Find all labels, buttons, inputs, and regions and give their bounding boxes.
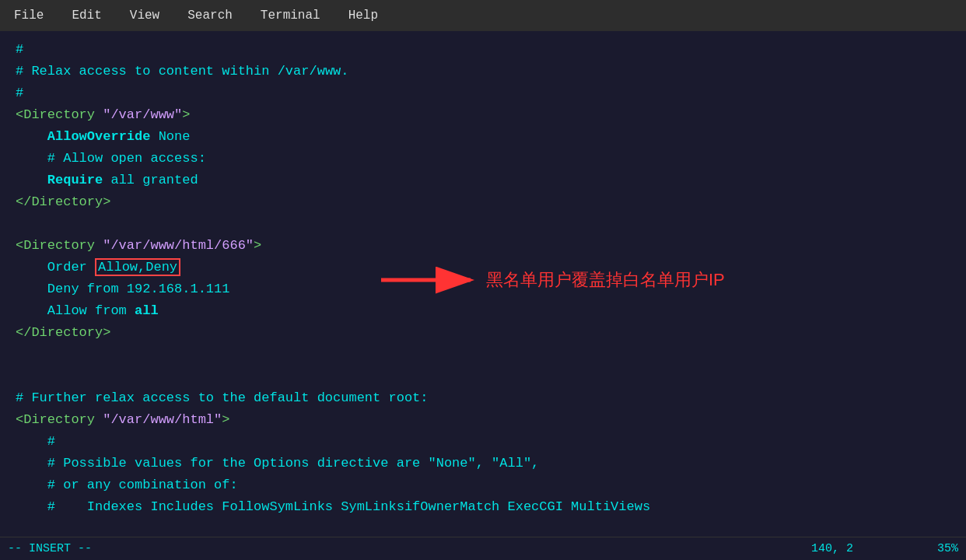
code-line-8: </Directory> (16, 191, 950, 213)
code-line-empty-1 (16, 213, 950, 235)
code-line-20: # Possible values for the Options direct… (16, 453, 950, 474)
code-line-14: </Directory> (16, 322, 950, 344)
editor-mode: -- INSERT -- (8, 542, 92, 555)
code-line-empty-3 (16, 366, 950, 387)
annotation-text: 黑名单用户覆盖掉白名单用户IP (486, 268, 725, 292)
code-line-21: # or any combination of: (16, 474, 950, 496)
menu-terminal[interactable]: Terminal (254, 5, 327, 26)
code-line-22: # Indexes Includes FollowSymLinks SymLin… (16, 496, 950, 518)
code-line-13: Allow from all (16, 300, 950, 322)
code-line-7: Require all granted (16, 170, 950, 191)
menu-search[interactable]: Search (181, 5, 239, 26)
code-line-2: # Relax access to content within /var/ww… (16, 61, 950, 82)
code-line-6: # Allow open access: (16, 148, 950, 170)
editor-area[interactable]: # # Relax access to content within /var/… (0, 31, 966, 537)
code-line-18: <Directory "/var/www/html"> (16, 409, 950, 431)
code-line-empty-2 (16, 344, 950, 366)
status-bar: -- INSERT -- 140, 2 35% (0, 537, 966, 560)
code-line-1: # (16, 39, 950, 61)
code-line-4: <Directory "/var/www"> (16, 104, 950, 126)
cursor-position: 140, 2 35% (811, 542, 958, 555)
annotation-container: 黑名单用户覆盖掉白名单用户IP (381, 261, 725, 299)
menu-help[interactable]: Help (342, 5, 384, 26)
menu-view[interactable]: View (124, 5, 166, 26)
menu-bar: File Edit View Search Terminal Help (0, 0, 966, 31)
menu-file[interactable]: File (8, 5, 50, 26)
code-line-10: <Directory "/var/www/html/666"> (16, 235, 950, 257)
code-line-17: # Further relax access to the default do… (16, 387, 950, 409)
arrow-icon (381, 261, 482, 299)
code-line-3: # (16, 82, 950, 104)
menu-edit[interactable]: Edit (65, 5, 107, 26)
code-line-19: # (16, 431, 950, 453)
code-line-5: AllowOverride None (16, 126, 950, 148)
